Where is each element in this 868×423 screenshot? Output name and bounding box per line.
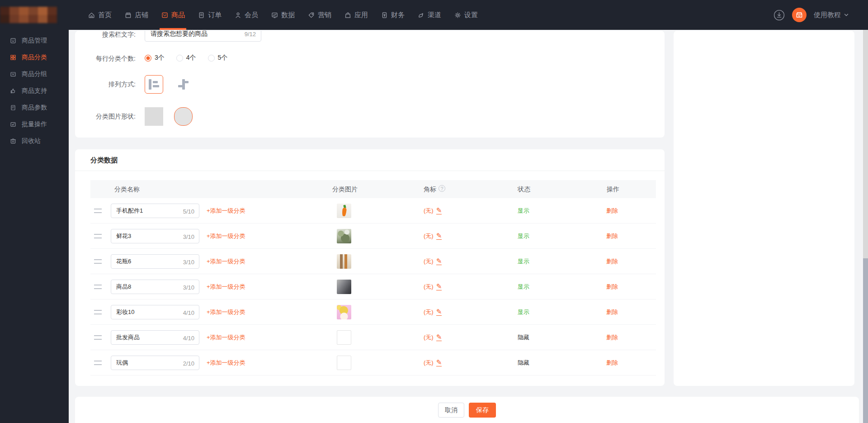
category-name-counter: 2/10 bbox=[183, 360, 194, 367]
category-image-thumb[interactable] bbox=[337, 305, 351, 319]
goods-icon bbox=[161, 11, 169, 19]
help-icon[interactable]: ? bbox=[439, 185, 445, 192]
delete-link[interactable]: 删除 bbox=[606, 232, 618, 240]
add-subcategory-link[interactable]: +添加一级分类 bbox=[207, 207, 245, 215]
sidebar-item-goods-manage[interactable]: 商品管理 bbox=[0, 32, 69, 49]
sidebar-item-goods-group[interactable]: 商品分组 bbox=[0, 66, 69, 82]
nav-item-channels[interactable]: 渠道 bbox=[417, 0, 441, 30]
download-icon[interactable] bbox=[774, 10, 785, 21]
goods-group-icon bbox=[9, 71, 17, 78]
drag-handle-icon[interactable] bbox=[94, 285, 102, 289]
nav-item-data[interactable]: 数据 bbox=[271, 0, 295, 30]
col-actions: 操作 bbox=[607, 180, 619, 198]
category-image-thumb[interactable] bbox=[337, 204, 351, 218]
edit-badge-icon[interactable]: ✎ bbox=[436, 359, 442, 366]
edit-badge-icon[interactable]: ✎ bbox=[436, 233, 442, 240]
arrange-center-option[interactable] bbox=[174, 75, 193, 94]
edit-badge-icon[interactable]: ✎ bbox=[436, 334, 442, 341]
scrollbar-thumb[interactable] bbox=[863, 258, 868, 423]
topnav-right: 使用教程 bbox=[774, 0, 849, 30]
category-image-thumb[interactable] bbox=[337, 330, 351, 345]
status-toggle[interactable]: 显示 bbox=[518, 308, 529, 316]
delete-link[interactable]: 删除 bbox=[606, 359, 618, 367]
category-table: 分类名称 分类图片 角标? 状态 操作 5/10 +添加一级分类 (无) ✎ 显… bbox=[90, 180, 656, 375]
topnav: 首页 店铺 商品 订单 会员 数据 营销 应用 财务 渠道 设置 bbox=[0, 0, 868, 30]
shape-circle-option[interactable] bbox=[174, 107, 193, 126]
status-toggle[interactable]: 显示 bbox=[518, 283, 529, 291]
category-image-thumb[interactable] bbox=[337, 229, 351, 243]
search-text-input[interactable] bbox=[145, 31, 261, 42]
sidebar-item-recycle-bin[interactable]: 回收站 bbox=[0, 133, 69, 149]
save-button[interactable]: 保存 bbox=[469, 403, 496, 418]
sidebar-item-goods-category[interactable]: 商品分类 bbox=[0, 49, 69, 66]
category-image-thumb[interactable] bbox=[337, 356, 351, 370]
category-image-thumb[interactable] bbox=[337, 254, 351, 269]
status-toggle[interactable]: 显示 bbox=[518, 232, 529, 240]
nav-item-shop[interactable]: 店铺 bbox=[124, 0, 148, 30]
edit-badge-icon[interactable]: ✎ bbox=[436, 283, 442, 290]
nav-item-goods[interactable]: 商品 bbox=[161, 0, 185, 30]
delete-link[interactable]: 删除 bbox=[606, 283, 618, 291]
divider bbox=[75, 171, 665, 171]
drag-handle-icon[interactable] bbox=[94, 209, 102, 213]
align-center-icon bbox=[178, 79, 189, 90]
per-row-radio-4个[interactable]: 4个 bbox=[176, 54, 196, 62]
image-shape-options bbox=[145, 107, 193, 126]
category-name-counter: 3/10 bbox=[183, 259, 194, 266]
delete-link[interactable]: 删除 bbox=[606, 333, 618, 342]
category-name-box: 4/10 bbox=[111, 305, 199, 319]
tutorial-menu[interactable]: 使用教程 bbox=[814, 11, 849, 19]
arrange-left-option[interactable] bbox=[145, 75, 163, 94]
edit-badge-icon[interactable]: ✎ bbox=[436, 309, 442, 316]
table-row: 3/10 +添加一级分类 (无) ✎ 显示 删除 bbox=[90, 249, 656, 274]
add-subcategory-link[interactable]: +添加一级分类 bbox=[207, 333, 245, 342]
drag-handle-icon[interactable] bbox=[94, 310, 102, 314]
add-subcategory-link[interactable]: +添加一级分类 bbox=[207, 308, 245, 316]
category-image-thumb[interactable] bbox=[337, 280, 351, 294]
badge-value: (无) bbox=[424, 232, 434, 240]
nav-item-marketing[interactable]: 营销 bbox=[307, 0, 331, 30]
nav-item-members[interactable]: 会员 bbox=[234, 0, 258, 30]
table-row: 2/10 +添加一级分类 (无) ✎ 隐藏 删除 bbox=[90, 350, 656, 375]
add-subcategory-link[interactable]: +添加一级分类 bbox=[207, 283, 245, 291]
goods-support-icon bbox=[9, 87, 17, 95]
shape-square-option[interactable] bbox=[145, 107, 163, 126]
per-row-radio-5个[interactable]: 5个 bbox=[208, 54, 228, 62]
goods-category-icon bbox=[9, 54, 17, 61]
nav-item-finance[interactable]: 财务 bbox=[381, 0, 405, 30]
edit-badge-icon[interactable]: ✎ bbox=[436, 258, 442, 265]
nav-item-orders[interactable]: 订单 bbox=[198, 0, 222, 30]
category-data-panel: 分类数据 分类名称 分类图片 角标? 状态 操作 5/10 +添加一级分类 (无… bbox=[75, 149, 665, 386]
edit-badge-icon[interactable]: ✎ bbox=[436, 207, 442, 214]
drag-handle-icon[interactable] bbox=[94, 234, 102, 238]
drag-handle-icon[interactable] bbox=[94, 335, 102, 340]
store-avatar[interactable] bbox=[792, 8, 807, 22]
status-toggle[interactable]: 隐藏 bbox=[518, 333, 529, 342]
badge-value: (无) bbox=[424, 283, 434, 291]
delete-link[interactable]: 删除 bbox=[606, 257, 618, 266]
delete-link[interactable]: 删除 bbox=[606, 207, 618, 215]
table-row: 3/10 +添加一级分类 (无) ✎ 显示 删除 bbox=[90, 274, 656, 299]
sidebar-item-batch-ops[interactable]: 批量操作 bbox=[0, 116, 69, 133]
delete-link[interactable]: 删除 bbox=[606, 308, 618, 316]
sidebar-item-goods-support[interactable]: 商品支持 bbox=[0, 82, 69, 99]
status-toggle[interactable]: 显示 bbox=[518, 257, 529, 266]
table-header: 分类名称 分类图片 角标? 状态 操作 bbox=[90, 180, 656, 198]
per-row-radio-3个[interactable]: 3个 bbox=[145, 54, 165, 62]
nav-item-settings[interactable]: 设置 bbox=[454, 0, 478, 30]
nav-item-home[interactable]: 首页 bbox=[88, 0, 112, 30]
drag-handle-icon[interactable] bbox=[94, 259, 102, 264]
recycle-bin-icon bbox=[9, 138, 17, 145]
members-icon bbox=[234, 11, 242, 19]
badge-cell: (无) ✎ bbox=[424, 359, 442, 367]
sidebar-item-goods-params[interactable]: 商品参数 bbox=[0, 99, 69, 116]
add-subcategory-link[interactable]: +添加一级分类 bbox=[207, 257, 245, 266]
status-toggle[interactable]: 隐藏 bbox=[518, 359, 529, 367]
nav-item-apps[interactable]: 应用 bbox=[344, 0, 368, 30]
add-subcategory-link[interactable]: +添加一级分类 bbox=[207, 359, 245, 367]
radio-icon bbox=[176, 55, 183, 62]
status-toggle[interactable]: 显示 bbox=[518, 207, 529, 215]
cancel-button[interactable]: 取消 bbox=[438, 403, 464, 418]
add-subcategory-link[interactable]: +添加一级分类 bbox=[207, 232, 245, 240]
drag-handle-icon[interactable] bbox=[94, 361, 102, 365]
